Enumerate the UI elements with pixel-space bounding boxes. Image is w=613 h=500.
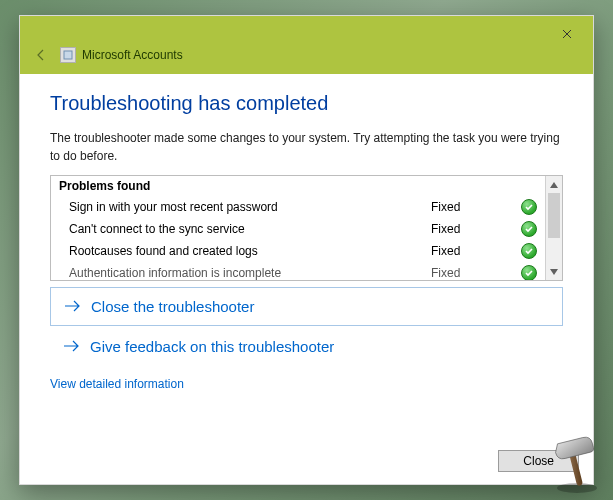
check-icon — [521, 243, 537, 259]
close-button[interactable]: Close — [498, 450, 579, 472]
scroll-track[interactable] — [546, 193, 562, 263]
view-detailed-link[interactable]: View detailed information — [50, 377, 563, 391]
problems-list-box: Problems found Sign in with your most re… — [50, 175, 563, 281]
problem-status: Fixed — [431, 222, 521, 236]
problem-status: Fixed — [431, 266, 521, 280]
action-label: Close the troubleshooter — [91, 298, 254, 315]
scroll-thumb[interactable] — [548, 193, 560, 238]
app-icon — [60, 47, 76, 63]
problem-status: Fixed — [431, 200, 521, 214]
close-troubleshooter-link[interactable]: Close the troubleshooter — [50, 287, 563, 326]
problem-name: Can't connect to the sync service — [69, 222, 431, 236]
description-text: The troubleshooter made some changes to … — [50, 129, 563, 165]
back-arrow-icon[interactable] — [32, 46, 50, 64]
page-title: Troubleshooting has completed — [50, 92, 563, 115]
problem-name: Rootcauses found and created logs — [69, 244, 431, 258]
problems-list: Problems found Sign in with your most re… — [51, 176, 545, 280]
problem-row: Rootcauses found and created logs Fixed — [51, 240, 545, 262]
troubleshooter-window: Microsoft Accounts Troubleshooting has c… — [19, 15, 594, 485]
check-icon — [521, 221, 537, 237]
content-area: Troubleshooting has completed The troubl… — [20, 74, 593, 438]
scroll-down-icon[interactable] — [546, 263, 562, 280]
scrollbar[interactable] — [545, 176, 562, 280]
footer: Close — [20, 438, 593, 484]
close-icon[interactable] — [551, 22, 583, 46]
check-icon — [521, 199, 537, 215]
arrow-right-icon — [65, 299, 81, 315]
problem-row: Can't connect to the sync service Fixed — [51, 218, 545, 240]
window-title: Microsoft Accounts — [82, 48, 183, 62]
problem-row: Sign in with your most recent password F… — [51, 196, 545, 218]
arrow-right-icon — [64, 339, 80, 355]
problem-status: Fixed — [431, 244, 521, 258]
give-feedback-link[interactable]: Give feedback on this troubleshooter — [50, 328, 563, 365]
check-icon — [521, 265, 537, 281]
problem-row: Authentication information is incomplete… — [51, 262, 545, 280]
problem-name: Authentication information is incomplete — [69, 266, 431, 280]
svg-rect-0 — [64, 51, 72, 59]
problems-header: Problems found — [51, 176, 545, 196]
window-header: Microsoft Accounts — [20, 16, 593, 74]
action-label: Give feedback on this troubleshooter — [90, 338, 334, 355]
problem-name: Sign in with your most recent password — [69, 200, 431, 214]
scroll-up-icon[interactable] — [546, 176, 562, 193]
